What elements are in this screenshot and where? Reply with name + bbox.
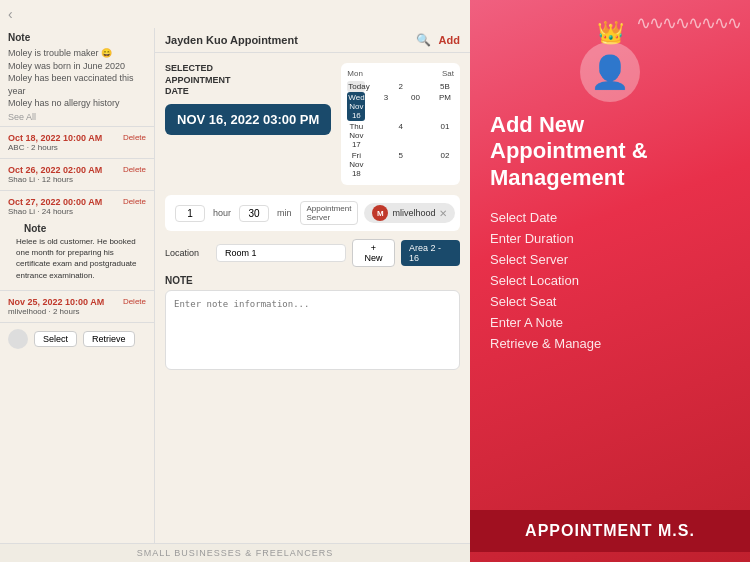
cal-cell-2[interactable]: 2 — [392, 81, 410, 92]
bottom-banner-text: APPOINTMENT M.S. — [490, 522, 730, 540]
cal-cell-today[interactable]: Today — [347, 81, 365, 92]
calendar-header: Mon Sat — [347, 69, 454, 78]
appointment-server-type-label: Appointment Server — [300, 201, 359, 225]
retrieve-button[interactable]: Retrieve — [83, 331, 135, 347]
selected-label-block: SELECTED APPOINTMENT DATE NOV 16, 2022 0… — [165, 63, 331, 185]
note-textarea[interactable] — [165, 290, 460, 370]
main-content: Jayden Kuo Appointment 🔍 Add SELECTED — [155, 28, 470, 543]
new-location-button[interactable]: + New — [352, 239, 395, 267]
sidebar-note-item: Moley is trouble maker 😄 — [8, 47, 146, 60]
app-area: ‹ Note Moley is trouble maker 😄 Moley wa… — [0, 0, 470, 562]
cal-cell-02[interactable]: 02 — [436, 150, 454, 179]
footer-text: SMALL BUSINESSES & FREELANCERS — [137, 548, 334, 558]
feature-retrieve-manage: Retrieve & Manage — [490, 333, 730, 354]
back-arrow-icon[interactable]: ‹ — [8, 6, 13, 22]
cal-cell-nov16[interactable]: Wed Nov 16 — [347, 92, 365, 121]
sidebar-appointment-4[interactable]: Nov 25, 2022 10:00 AM Delete mlivelhood … — [0, 290, 154, 322]
sidebar-note-section-3: Note Helee is old customer. He booked on… — [8, 216, 146, 284]
sidebar-note-item: Moley has been vaccinated this year — [8, 72, 146, 97]
appt-delete-3[interactable]: Delete — [123, 197, 146, 206]
cal-cell-3[interactable]: 3 — [377, 92, 395, 121]
appointment-server-section: Appointment Server M mlivelhood ✕ — [300, 201, 456, 225]
left-panel: ‹ Note Moley is trouble maker 😄 Moley wa… — [0, 0, 470, 562]
appt-date-2: Oct 26, 2022 02:00 AM — [8, 165, 102, 175]
feature-select-seat: Select Seat — [490, 291, 730, 312]
date-display-box: NOV 16, 2022 03:00 PM — [165, 104, 331, 135]
sidebar-note-text-3: Helee is old customer. He booked one mon… — [16, 236, 138, 281]
appt-delete-1[interactable]: Delete — [123, 133, 146, 142]
server-initial: M — [372, 205, 388, 221]
area-badge: Area 2 - 16 — [401, 240, 460, 266]
cal-cell-01[interactable]: 01 — [436, 121, 454, 150]
cal-cell-4[interactable]: 4 — [392, 121, 410, 150]
server-remove-icon[interactable]: ✕ — [439, 208, 447, 219]
duration-row: hour min Appointment Server M mlivelhood… — [165, 195, 460, 231]
sidebar-note-label-3: Note — [16, 219, 138, 236]
sidebar-note-items: Moley is trouble maker 😄 Moley was born … — [0, 45, 154, 112]
search-icon[interactable]: 🔍 — [416, 33, 431, 47]
sidebar: Note Moley is trouble maker 😄 Moley was … — [0, 28, 155, 543]
calendar-mini[interactable]: Mon Sat Today 2 5B Wed Nov 16 — [341, 63, 460, 185]
cal-row-3: Fri Nov 18 5 02 — [347, 150, 454, 179]
feature-enter-duration: Enter Duration — [490, 228, 730, 249]
cal-cell-nov17[interactable]: Thu Nov 17 — [347, 121, 365, 150]
app-body: Note Moley is trouble maker 😄 Moley was … — [0, 28, 470, 543]
note-title: NOTE — [165, 275, 460, 286]
server-name-label: mlivelhood — [392, 208, 435, 218]
appt-delete-4[interactable]: Delete — [123, 297, 146, 306]
avatar-body: 👤 — [580, 42, 640, 102]
appt-info-1: ABC · 2 hours — [8, 143, 146, 152]
right-bottom-banner: APPOINTMENT M.S. — [470, 510, 750, 552]
see-all-link[interactable]: See All — [0, 112, 154, 126]
content-header-actions: 🔍 Add — [416, 33, 460, 47]
select-button[interactable]: Select — [34, 331, 77, 347]
cal-cell-5b[interactable]: 5B — [436, 81, 454, 92]
location-row: Location + New Area 2 - 16 — [165, 239, 460, 267]
appt-date-1: Oct 18, 2022 10:00 AM — [8, 133, 102, 143]
avatar-silhouette: 👤 — [590, 53, 630, 91]
appt-info-2: Shao Li · 12 hours — [8, 175, 146, 184]
sidebar-bottom: Select Retrieve — [0, 322, 154, 355]
server-tag: M mlivelhood ✕ — [364, 203, 455, 223]
duration-mins-input[interactable] — [239, 205, 269, 222]
duration-hours-input[interactable] — [175, 205, 205, 222]
note-section: NOTE — [165, 275, 460, 374]
appt-date-3: Oct 27, 2022 00:00 AM — [8, 197, 102, 207]
location-label: Location — [165, 248, 210, 258]
headline-line2: Appointment & — [490, 138, 648, 163]
sidebar-note-item: Moley was born in June 2020 — [8, 60, 146, 73]
headline-line1: Add New — [490, 112, 584, 137]
cal-header-mon: Mon — [347, 69, 363, 78]
feature-enter-note: Enter A Note — [490, 312, 730, 333]
location-input[interactable] — [216, 244, 346, 262]
selected-label-line3: DATE — [165, 86, 331, 98]
feature-select-server: Select Server — [490, 249, 730, 270]
appt-info-4: mlivelhood · 2 hours — [8, 307, 146, 316]
feature-list: Select Date Enter Duration Select Server… — [490, 207, 730, 354]
wavy-decoration: ∿∿∿∿∿∿∿∿ — [636, 12, 740, 34]
cal-row-1: Wed Nov 16 3 00 PM — [347, 92, 454, 121]
content-body: SELECTED APPOINTMENT DATE NOV 16, 2022 0… — [155, 53, 470, 543]
cal-cell-00[interactable]: 00 — [406, 92, 424, 121]
selected-appointment-section: SELECTED APPOINTMENT DATE NOV 16, 2022 0… — [165, 63, 460, 185]
appt-delete-2[interactable]: Delete — [123, 165, 146, 174]
add-button[interactable]: Add — [439, 34, 460, 46]
duration-mins-label: min — [277, 208, 292, 218]
cal-row-0: Today 2 5B — [347, 81, 454, 92]
cal-cell-5[interactable]: 5 — [392, 150, 410, 179]
right-headline: Add New Appointment & Management — [490, 112, 648, 191]
cal-cell-nov18[interactable]: Fri Nov 18 — [347, 150, 365, 179]
cal-header-sat: Sat — [442, 69, 454, 78]
headline-line3: Management — [490, 165, 624, 190]
selected-label-line2: APPOINTMENT — [165, 75, 331, 87]
sidebar-appointment-3[interactable]: Oct 27, 2022 00:00 AM Delete Shao Li · 2… — [0, 190, 154, 290]
sidebar-appointment-1[interactable]: Oct 18, 2022 10:00 AM Delete ABC · 2 hou… — [0, 126, 154, 158]
cal-cell-pm[interactable]: PM — [436, 92, 454, 121]
appt-date-4: Nov 25, 2022 10:00 AM — [8, 297, 104, 307]
cal-row-2: Thu Nov 17 4 01 — [347, 121, 454, 150]
sidebar-appointment-2[interactable]: Oct 26, 2022 02:00 AM Delete Shao Li · 1… — [0, 158, 154, 190]
feature-select-date: Select Date — [490, 207, 730, 228]
selected-label-line1: SELECTED — [165, 63, 331, 75]
content-title: Jayden Kuo Appointment — [165, 34, 298, 46]
appt-info-3: Shao Li · 24 hours — [8, 207, 146, 216]
